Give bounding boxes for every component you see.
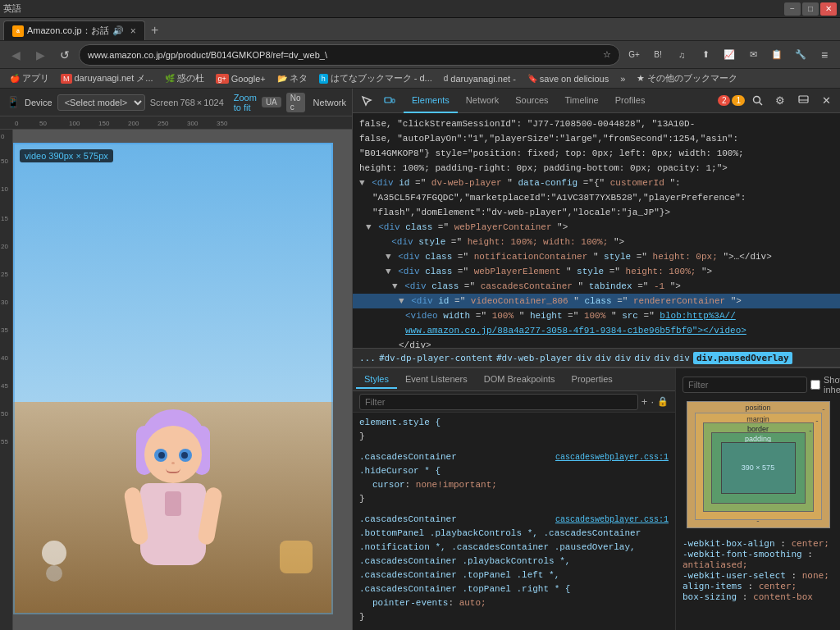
device-model-select[interactable]: <Select model> [57, 94, 145, 111]
styles-content[interactable]: element.style { } .cascadesContainer cas… [353, 413, 675, 630]
bm-filter-input[interactable] [682, 377, 807, 393]
html-line-closediv: </div> [353, 338, 840, 348]
bc-ellipsis[interactable]: ... [359, 353, 376, 363]
tab-bar: a Amazon.co.jp：お話 🔊 × + [0, 18, 840, 41]
close-button[interactable]: ✕ [820, 2, 837, 16]
styles-filter-input[interactable] [359, 394, 638, 410]
style-block-element: element.style { } [359, 416, 669, 444]
tab-profiles[interactable]: Profiles [607, 89, 654, 113]
minimize-button[interactable]: − [784, 2, 801, 16]
tag: <div [411, 296, 438, 306]
add-style-icon[interactable]: + [641, 395, 648, 408]
bm-hatena[interactable]: h はてなブックマーク - d... [316, 71, 436, 87]
bm-neta[interactable]: 📂 ネタ [274, 71, 311, 87]
css-prop-font-smoothing: -webkit-font-smoothing : antialiased; [682, 549, 833, 570]
style-rule-pointer: pointer-events: auto; [359, 596, 669, 610]
maximize-button[interactable]: □ [802, 2, 819, 16]
ext-btn-4[interactable]: ⬆ [695, 44, 716, 66]
device-mode-toggle-icon[interactable] [379, 90, 400, 112]
ext-btn-5[interactable]: 📈 [719, 44, 740, 66]
css-prop-align-items: align-items : center; [682, 581, 833, 591]
video-frame: video 390px × 575px [13, 143, 333, 614]
styles-tab-props[interactable]: Properties [564, 371, 621, 389]
foreground-obj-right [276, 541, 317, 590]
box-model-viz: position - - margin - border [687, 401, 830, 528]
video-url-link[interactable]: www.amazon.co.jp/88a4a277-3058-4f91-9384… [405, 326, 746, 336]
bm-delicious[interactable]: 🔖 save on delicious [524, 71, 612, 87]
expand-arrow-icon[interactable]: ▼ [366, 222, 372, 232]
forward-button[interactable]: ▶ [30, 44, 51, 66]
styles-tab-dom[interactable]: DOM Breakpoints [476, 371, 564, 389]
bm-mori[interactable]: 🌿 惑の杜 [162, 71, 208, 87]
code-text: false, "autoPlayOn":"1","playerSize":"la… [359, 134, 738, 144]
address-bar[interactable]: www.amazon.co.jp/gp/product/B014GMKOP8/r… [79, 44, 620, 66]
bm-gmail[interactable]: M daruyanagi.net メ... [57, 71, 157, 87]
code-text: false, "clickStreamSessionId": "J77-7108… [359, 119, 695, 129]
bm-gplus[interactable]: g+ Google+ [212, 71, 269, 87]
show-inherited-checkbox[interactable] [810, 380, 820, 390]
styles-tab-events[interactable]: Event Listeners [397, 371, 476, 389]
bm-apps[interactable]: 🍎 アプリ [7, 71, 52, 87]
dock-icon[interactable] [792, 90, 814, 112]
html-line-videocontainer[interactable]: ▼ <div id =" videoContainer_806 " class … [353, 294, 840, 308]
expand-arrow-icon[interactable]: ▼ [359, 178, 365, 188]
bc-dv-dp-player-content[interactable]: #dv-dp-player-content [379, 353, 493, 363]
device-viewport-panel: 📱 Device <Select model> Screen 768 × 102… [0, 89, 353, 630]
inspect-element-icon[interactable] [356, 90, 377, 112]
expand-arrow-icon[interactable]: ▼ [386, 267, 391, 276]
tab-elements[interactable]: Elements [404, 89, 458, 113]
zoom-to-fit-button[interactable]: Zoom to fit [234, 93, 257, 112]
styles-tab-styles[interactable]: Styles [356, 371, 397, 389]
expand-arrow-icon[interactable]: ▼ [386, 252, 391, 262]
expand-arrow-icon[interactable]: ▼ [392, 281, 398, 291]
bm-other[interactable]: ★ その他のブックマーク [633, 71, 741, 87]
bm-daruna[interactable]: d daruyanagi.net - [441, 71, 519, 87]
settings-icon[interactable]: ⚙ [769, 90, 791, 112]
devtools-toolbar-left [356, 90, 400, 112]
search-icon[interactable] [746, 90, 768, 112]
tab-close-button[interactable]: × [130, 25, 136, 37]
ext-btn-8[interactable]: 🔧 [790, 44, 811, 66]
close-devtools-icon[interactable]: ✕ [815, 90, 837, 112]
ext-btn-1[interactable]: G+ [623, 44, 645, 66]
back-button[interactable]: ◀ [5, 44, 26, 66]
prop-val: center; [791, 538, 829, 549]
html-content[interactable]: false, "clickStreamSessionId": "J77-7108… [353, 113, 840, 348]
cascades-source-1[interactable]: cascadeswebplayer.css:1 [555, 450, 669, 464]
bookmark-icon[interactable]: ☆ [603, 49, 611, 60]
style-close: } [359, 492, 669, 506]
tab-amazon[interactable]: a Amazon.co.jp：お話 🔊 × [3, 21, 145, 40]
expand-arrow-icon[interactable]: ▼ [399, 296, 404, 306]
menu-button[interactable]: ≡ [814, 44, 835, 66]
devtools-toolbar-right: 2 1 ⚙ ✕ [718, 90, 837, 112]
bc-dv-web-player[interactable]: #dv-web-player [496, 353, 573, 363]
code-text: "A35CL5F47FGQDC","marketplaceId":"A1VC38… [372, 193, 746, 203]
bc-div-6[interactable]: div [673, 353, 690, 363]
bc-div-4[interactable]: div [634, 353, 651, 363]
arrow: ▼ [379, 237, 385, 247]
tab-timeline[interactable]: Timeline [557, 89, 607, 113]
blob-url-link[interactable]: blob:http%3A// [660, 311, 735, 321]
new-tab-button[interactable]: + [145, 21, 165, 40]
attr-name2: style [604, 252, 631, 262]
cascades-source-2[interactable]: cascadeswebplayer.css:1 [555, 513, 669, 527]
bc-active-item[interactable]: div.pausedOverlay [693, 352, 792, 364]
reload-button[interactable]: ↺ [54, 44, 75, 66]
ext-btn-7[interactable]: 📋 [766, 44, 788, 66]
pin-icon[interactable]: 🔒 [657, 396, 669, 407]
bc-div-1[interactable]: div [576, 353, 592, 363]
ext-btn-6[interactable]: ✉ [742, 44, 764, 66]
ext-btn-3[interactable]: ♫ [671, 44, 692, 66]
bc-div-3[interactable]: div [614, 353, 631, 363]
tab-sources[interactable]: Sources [507, 89, 556, 113]
ext-btn-2[interactable]: B! [647, 44, 669, 66]
device-mode-icon[interactable]: 📱 [7, 93, 20, 112]
bm-more-button[interactable]: » [617, 71, 628, 87]
bc-div-2[interactable]: div [596, 353, 612, 363]
tag: <div [404, 281, 431, 291]
bc-div-5[interactable]: div [654, 353, 670, 363]
toggle-classes-icon[interactable]: · [651, 395, 654, 408]
style-selector-line: .cascadesContainer cascadeswebplayer.css… [359, 513, 669, 527]
svg-rect-4 [799, 96, 808, 103]
tab-network[interactable]: Network [458, 89, 507, 113]
